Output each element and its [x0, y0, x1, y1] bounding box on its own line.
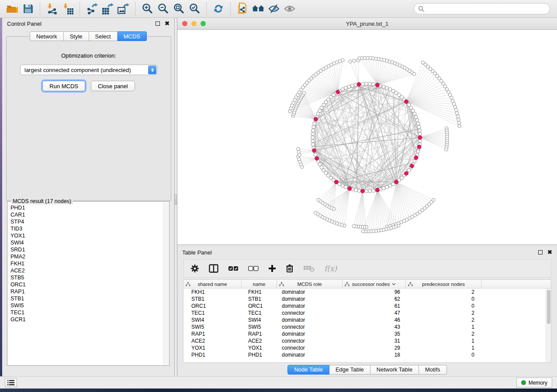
import-network-button[interactable] — [44, 2, 60, 16]
mcds-result-item[interactable]: STB1 — [10, 295, 163, 302]
window-zoom-button[interactable] — [201, 21, 206, 26]
delete-column-button[interactable] — [286, 262, 294, 275]
network-node[interactable] — [418, 129, 421, 132]
export-table-button[interactable] — [100, 2, 115, 16]
table-row[interactable]: TEC1TEC1connector472 — [183, 309, 551, 316]
network-node[interactable] — [365, 189, 368, 193]
network-node[interactable] — [382, 186, 385, 190]
table-tab-network-table[interactable]: Network Table — [370, 365, 419, 375]
network-node[interactable] — [351, 84, 354, 87]
add-column-button[interactable] — [268, 262, 276, 275]
run-mcds-button[interactable]: Run MCDS — [42, 81, 85, 91]
mcds-result-item[interactable]: ACE2 — [10, 267, 163, 274]
column-header-mcds-role[interactable]: MCDS role — [277, 280, 343, 288]
table-tab-edge-table[interactable]: Edge Table — [329, 365, 370, 375]
export-network-button[interactable] — [84, 2, 100, 16]
result-scrollbar[interactable] — [163, 202, 169, 365]
open-file-button[interactable] — [4, 2, 20, 16]
mcds-result-item[interactable]: TID3 — [10, 225, 163, 232]
mcds-result-item[interactable]: GCR1 — [10, 316, 163, 323]
mcds-node[interactable] — [376, 188, 380, 192]
mcds-result-item[interactable]: TEC1 — [10, 309, 163, 316]
network-node[interactable] — [314, 153, 317, 157]
mcds-result-item[interactable]: SWI4 — [10, 239, 163, 246]
network-canvas[interactable] — [177, 30, 557, 244]
mcds-node[interactable] — [417, 145, 421, 149]
import-table-button[interactable] — [60, 2, 76, 16]
function-builder-button[interactable]: f(x) — [324, 262, 337, 275]
leaf-node[interactable] — [349, 60, 352, 63]
network-node[interactable] — [311, 129, 315, 132]
leaf-node[interactable] — [445, 148, 448, 151]
mcds-node[interactable] — [334, 180, 338, 184]
network-node[interactable] — [382, 85, 385, 89]
mcds-result-item[interactable]: FKH1 — [10, 260, 163, 267]
network-node[interactable] — [312, 125, 315, 129]
leaf-node[interactable] — [353, 59, 356, 62]
leaf-node[interactable] — [453, 105, 457, 109]
leaf-node[interactable] — [457, 118, 460, 121]
network-node[interactable] — [385, 186, 389, 189]
network-node[interactable] — [385, 86, 389, 89]
network-node[interactable] — [311, 136, 315, 139]
home-button[interactable] — [250, 2, 266, 16]
table-row[interactable]: PHD1PHD1dominator180 — [183, 351, 551, 358]
network-node[interactable] — [311, 143, 315, 146]
network-node[interactable] — [354, 189, 358, 192]
float-table-panel-icon[interactable] — [538, 250, 543, 254]
mcds-result-item[interactable]: PMA2 — [10, 253, 163, 260]
leaf-node[interactable] — [314, 211, 317, 215]
network-node[interactable] — [416, 150, 420, 153]
zoom-fit-button[interactable] — [171, 2, 187, 16]
table-row[interactable]: SWI4SWI4dominator462 — [183, 316, 551, 323]
float-panel-icon[interactable] — [156, 21, 160, 26]
leaf-node[interactable] — [456, 115, 460, 118]
mcds-node[interactable] — [312, 148, 316, 152]
splitter-handle-icon[interactable] — [175, 194, 177, 205]
table-tab-motifs[interactable]: Motifs — [419, 365, 447, 375]
close-panel-button[interactable]: Close panel — [91, 81, 135, 91]
network-node[interactable] — [415, 118, 419, 122]
show-columns-button[interactable] — [209, 262, 218, 275]
leaf-node[interactable] — [452, 102, 456, 106]
leaf-node[interactable] — [454, 108, 458, 112]
network-node[interactable] — [368, 189, 372, 193]
mcds-node[interactable] — [336, 90, 340, 94]
network-node[interactable] — [344, 86, 347, 89]
tab-mcds[interactable]: MCDS — [118, 31, 147, 41]
network-node[interactable] — [372, 189, 375, 193]
table-row[interactable]: STB1STB1dominator620 — [183, 296, 551, 303]
network-node[interactable] — [368, 82, 372, 86]
column-header-name[interactable]: name — [242, 280, 277, 288]
mcds-node[interactable] — [394, 180, 398, 184]
column-header-shared-name[interactable]: shared name — [183, 280, 242, 288]
leaf-node[interactable] — [297, 147, 300, 151]
close-panel-icon[interactable]: ✖ — [165, 21, 170, 26]
refresh-button[interactable] — [211, 2, 226, 16]
mcds-node[interactable] — [418, 136, 422, 140]
mcds-node[interactable] — [314, 117, 318, 121]
save-session-button[interactable] — [20, 2, 36, 16]
leaf-node[interactable] — [341, 58, 345, 62]
table-row[interactable]: YOX1YOX1connector291 — [183, 344, 551, 351]
table-settings-button[interactable] — [190, 262, 199, 275]
leaf-node[interactable] — [412, 72, 416, 76]
mcds-node[interactable] — [414, 156, 418, 160]
show-details-button[interactable] — [282, 2, 298, 16]
network-node[interactable] — [414, 115, 418, 119]
mcds-result-item[interactable]: SWI5 — [10, 302, 163, 309]
mcds-node[interactable] — [405, 172, 408, 175]
deselect-all-button[interactable] — [248, 262, 259, 275]
close-table-panel-icon[interactable]: ✖ — [547, 250, 552, 254]
criterion-select[interactable]: largest connected component (undirected) — [20, 65, 157, 75]
memory-button[interactable]: Memory — [516, 378, 552, 388]
window-close-button[interactable] — [182, 21, 187, 26]
network-node[interactable] — [416, 122, 420, 125]
tab-select[interactable]: Select — [89, 31, 118, 41]
leaf-node[interactable] — [317, 198, 320, 202]
mcds-result-item[interactable]: STB5 — [10, 274, 163, 281]
leaf-node[interactable] — [457, 121, 461, 125]
mcds-result-item[interactable]: SRD1 — [10, 246, 163, 253]
zoom-in-button[interactable] — [139, 2, 155, 16]
select-all-button[interactable] — [228, 262, 239, 275]
